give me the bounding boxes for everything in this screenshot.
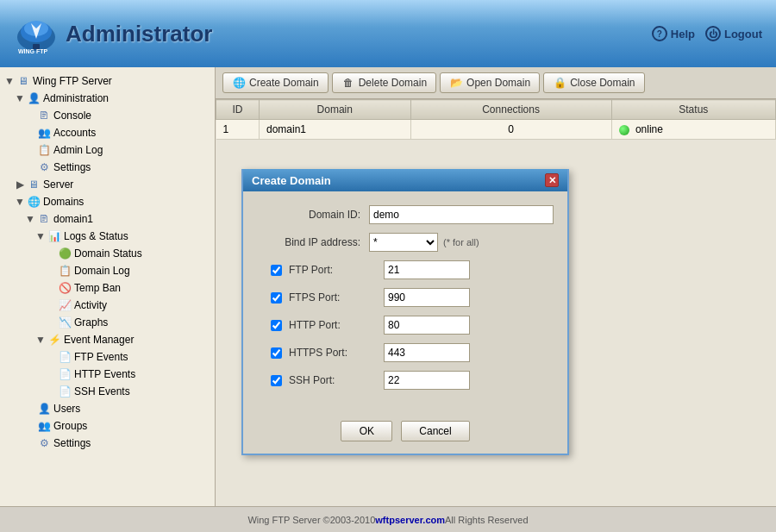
create-domain-icon: 🌐 — [232, 76, 246, 90]
sidebar-item-groups[interactable]: 👥 Groups — [0, 417, 215, 435]
https-port-checkbox[interactable] — [271, 347, 282, 359]
ssh-port-checkbox[interactable] — [271, 375, 282, 386]
spacer — [47, 370, 55, 379]
domain-id-input[interactable] — [369, 205, 554, 224]
bind-ip-select[interactable]: * — [369, 233, 438, 252]
sidebar-item-graphs[interactable]: 📉 Graphs — [0, 314, 215, 331]
spacer — [47, 318, 55, 327]
svg-text:SERVER: SERVER — [22, 55, 44, 56]
delete-domain-icon: 🗑 — [341, 76, 355, 90]
bind-ip-row: Bind IP address: * (* for all) — [257, 233, 554, 252]
domain-log-icon: 📋 — [58, 264, 72, 278]
col-status: Status — [611, 100, 775, 120]
footer-link[interactable]: wftpserver.com — [375, 515, 445, 525]
admin-icon: 👤 — [27, 91, 41, 105]
ssh-port-row: SSH Port: — [257, 371, 554, 390]
bind-ip-label: Bind IP address: — [257, 236, 369, 248]
table-row[interactable]: 1 domain1 0 online — [216, 120, 776, 140]
server-icon: 🖥 — [16, 74, 30, 88]
spacer — [47, 387, 55, 396]
http-port-checkbox[interactable] — [271, 320, 282, 331]
sidebar-item-console[interactable]: 🖹 Console — [0, 107, 215, 124]
sidebar-item-logs-status[interactable]: ▼ 📊 Logs & Status — [0, 228, 215, 245]
spacer — [47, 249, 55, 258]
toolbar: 🌐 Create Domain 🗑 Delete Domain 📂 Open D… — [216, 67, 776, 99]
sidebar-item-http-events[interactable]: 📄 HTTP Events — [0, 366, 215, 383]
ftps-port-checkbox[interactable] — [271, 292, 282, 304]
sidebar-item-server[interactable]: ▶ 🖥 Server — [0, 176, 215, 193]
delete-domain-button[interactable]: 🗑 Delete Domain — [332, 72, 436, 93]
ftp-port-input[interactable] — [384, 260, 470, 279]
sidebar-item-accounts[interactable]: 👥 Accounts — [0, 124, 215, 141]
modal-title: Create Domain — [252, 174, 331, 187]
header: WING FTP SERVER Administrator ? Help ⏻ L… — [0, 0, 776, 67]
arrow-icon: ▼ — [16, 94, 24, 103]
col-domain: Domain — [260, 100, 411, 120]
cell-domain: domain1 — [260, 120, 411, 140]
http-port-label: HTTP Port: — [289, 319, 384, 331]
modal-title-bar: Create Domain ✕ — [243, 169, 567, 191]
logo-area: WING FTP SERVER Administrator — [14, 11, 212, 56]
modal-close-button[interactable]: ✕ — [545, 173, 559, 187]
http-port-input[interactable] — [384, 316, 470, 335]
http-events-icon: 📄 — [58, 367, 72, 381]
ftp-port-label: FTP Port: — [289, 264, 384, 276]
footer: Wing FTP Server ©2003-2010 wftpserver.co… — [0, 506, 776, 532]
ftps-port-input[interactable] — [384, 288, 470, 307]
sidebar-item-temp-ban[interactable]: 🚫 Temp Ban — [0, 279, 215, 297]
domain-id-label: Domain ID: — [257, 209, 369, 221]
spacer — [26, 422, 34, 430]
http-port-row: HTTP Port: — [257, 316, 554, 335]
svg-text:WING FTP: WING FTP — [18, 48, 48, 54]
sidebar-item-users[interactable]: 👤 Users — [0, 400, 215, 417]
ftp-port-row: FTP Port: — [257, 260, 554, 279]
domain-table: ID Domain Connections Status 1 domain1 0… — [216, 99, 776, 140]
spacer — [26, 404, 34, 413]
cell-id: 1 — [216, 120, 260, 140]
sidebar-item-domain-status[interactable]: 🟢 Domain Status — [0, 245, 215, 262]
modal-ok-button[interactable]: OK — [341, 421, 392, 441]
open-domain-button[interactable]: 📂 Open Domain — [440, 72, 540, 93]
sidebar-item-domain-log[interactable]: 📋 Domain Log — [0, 262, 215, 279]
sidebar-item-domain1[interactable]: ▼ 🖹 domain1 — [0, 210, 215, 228]
sidebar-item-event-manager[interactable]: ▼ ⚡ Event Manager — [0, 331, 215, 348]
modal-cancel-button[interactable]: Cancel — [401, 421, 469, 441]
col-connections: Connections — [410, 100, 611, 120]
ftp-port-checkbox[interactable] — [271, 265, 282, 276]
sidebar-item-admin-log[interactable]: 📋 Admin Log — [0, 141, 215, 159]
sidebar-item-settings[interactable]: ⚙ Settings — [0, 435, 215, 452]
create-domain-button[interactable]: 🌐 Create Domain — [222, 72, 329, 93]
event-manager-icon: ⚡ — [47, 333, 61, 347]
online-dot — [619, 125, 629, 135]
sidebar-item-ssh-events[interactable]: 📄 SSH Events — [0, 383, 215, 400]
spacer — [47, 266, 55, 275]
open-domain-icon: 📂 — [449, 76, 463, 90]
https-port-input[interactable] — [384, 343, 470, 362]
sidebar-item-settings-admin[interactable]: ⚙ Settings — [0, 159, 215, 176]
table-header-row: ID Domain Connections Status — [216, 100, 776, 120]
users-icon: 👤 — [37, 402, 51, 416]
logs-status-icon: 📊 — [47, 229, 61, 243]
sidebar-item-domains[interactable]: ▼ 🌐 Domains — [0, 193, 215, 210]
settings-admin-icon: ⚙ — [37, 160, 51, 174]
temp-ban-icon: 🚫 — [58, 281, 72, 295]
arrow-icon: ▼ — [36, 335, 45, 344]
log-icon: 📋 — [37, 143, 51, 157]
sidebar-item-wing-ftp-server[interactable]: ▼ 🖥 Wing FTP Server — [0, 72, 215, 90]
sidebar-item-administration[interactable]: ▼ 👤 Administration — [0, 90, 215, 107]
sidebar-item-activity[interactable]: 📈 Activity — [0, 297, 215, 314]
spacer — [26, 128, 34, 137]
ftps-port-row: FTPS Port: — [257, 288, 554, 307]
spacer — [47, 301, 55, 310]
close-domain-button[interactable]: 🔒 Close Domain — [543, 72, 644, 93]
domain-status-icon: 🟢 — [58, 247, 72, 260]
domain1-icon: 🖹 — [37, 212, 51, 226]
cell-connections: 0 — [410, 120, 611, 140]
ssh-port-input[interactable] — [384, 371, 470, 390]
create-domain-modal: Create Domain ✕ Domain ID: Bind IP addre… — [241, 169, 569, 455]
sidebar-item-ftp-events[interactable]: 📄 FTP Events — [0, 348, 215, 366]
accounts-icon: 👥 — [37, 126, 51, 140]
help-button[interactable]: ? Help — [652, 26, 695, 41]
logout-button[interactable]: ⏻ Logout — [705, 26, 762, 41]
modal-body: Domain ID: Bind IP address: * (* for all… — [243, 191, 567, 412]
